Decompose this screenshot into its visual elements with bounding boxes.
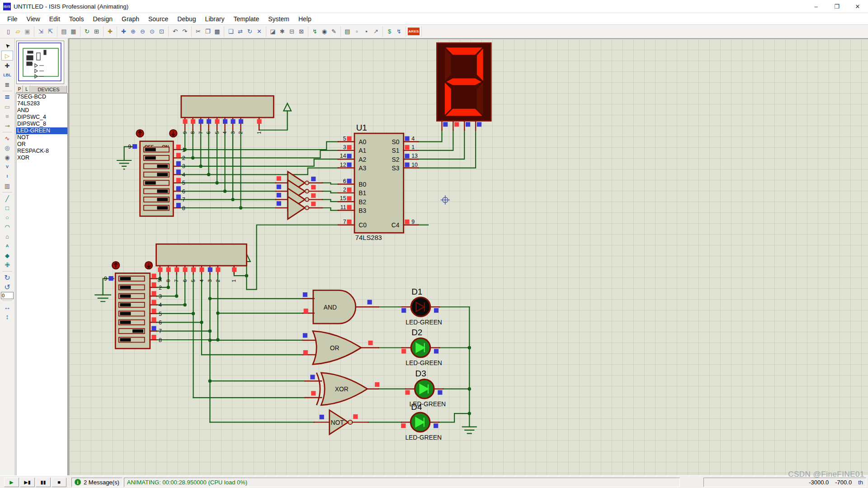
device-item-led-green[interactable]: LED-GREEN (16, 127, 67, 134)
zoom-area-button[interactable]: ⊡ (157, 27, 166, 36)
dip-top-toggle-down[interactable] (170, 130, 177, 137)
bill-of-materials-button[interactable]: $ (385, 27, 394, 36)
dip-top-switch-4[interactable] (144, 172, 169, 177)
menu-source[interactable]: Source (144, 14, 173, 23)
device-item-dipswc_4[interactable]: DIPSWC_4 (16, 114, 67, 121)
zoom-out-button[interactable]: ⊖ (138, 27, 147, 36)
electrical-rule-check-button[interactable]: ↯ (394, 27, 404, 36)
graphics-marker-mode-icon[interactable]: ✙ (2, 260, 13, 269)
step-button[interactable]: ▶▮ (20, 478, 35, 487)
device-item-74ls283[interactable]: 74LS283 (16, 100, 67, 107)
block-delete-button[interactable]: ✕ (255, 27, 264, 36)
current-probe-mode-icon[interactable]: I (2, 172, 13, 181)
device-pin-mode-icon[interactable]: ⊸ (2, 121, 13, 130)
dip-bottom-switch-7[interactable] (119, 328, 145, 333)
graph-mode-icon[interactable]: ∿ (2, 134, 13, 143)
play-button[interactable]: ▶ (4, 478, 19, 487)
menu-tools[interactable]: Tools (65, 14, 89, 23)
stop-button[interactable]: ■ (52, 478, 66, 487)
device-item-not[interactable]: NOT (16, 134, 67, 141)
menu-library[interactable]: Library (201, 14, 229, 23)
menu-design[interactable]: Design (88, 14, 117, 23)
pick-device-button[interactable]: ◪ (268, 27, 278, 36)
dip-top-switch-5[interactable] (144, 180, 169, 185)
graphics-circle-mode-icon[interactable]: ○ (2, 213, 13, 222)
dip-bottom-toggle-up[interactable] (112, 262, 120, 269)
decompose-button[interactable]: ⊠ (297, 27, 306, 36)
minimize-button[interactable]: – (806, 0, 826, 13)
paste-button[interactable]: ▩ (212, 27, 222, 36)
dip-bottom-switch-6[interactable] (119, 320, 145, 325)
device-item-xor[interactable]: XOR (16, 155, 67, 161)
component-mode-icon[interactable]: ▷ (1, 51, 13, 61)
library-manage-button[interactable]: L (23, 85, 30, 93)
mark-output-area-button[interactable]: ▦ (69, 27, 78, 36)
dip-top-switch-6[interactable] (144, 189, 169, 194)
dip-bottom-switch-4[interactable] (119, 302, 145, 307)
dip-bottom-switch-8[interactable] (119, 337, 145, 342)
dip-bottom-toggle-down[interactable] (145, 262, 153, 269)
remove-sheet-button[interactable]: ▪ (362, 27, 371, 36)
redo-button[interactable]: ↷ (180, 27, 189, 36)
pan-button[interactable]: ✚ (119, 27, 128, 36)
dip-bottom-switch-5[interactable] (119, 311, 145, 316)
save-file-button[interactable]: ▣ (23, 27, 32, 36)
menu-edit[interactable]: Edit (45, 14, 65, 23)
dip-top-switch-7[interactable] (144, 197, 169, 202)
tape-recorder-mode-icon[interactable]: ◎ (2, 143, 13, 152)
menu-graph[interactable]: Graph (117, 14, 144, 23)
print-button[interactable]: ▤ (59, 27, 69, 36)
dip-bottom-switch-3[interactable] (119, 294, 145, 299)
zoom-all-button[interactable]: ⊙ (147, 27, 157, 36)
message-panel[interactable]: i 2 Message(s) (71, 478, 123, 487)
menu-template[interactable]: Template (229, 14, 264, 23)
new-sheet-button[interactable]: ▫ (352, 27, 362, 36)
make-device-button[interactable]: ✱ (278, 27, 287, 36)
pick-devices-button[interactable]: P (16, 85, 23, 93)
junction-dot-mode-icon[interactable]: ✚ (2, 61, 13, 70)
mirror-vertical-button[interactable]: ↕ (2, 312, 13, 321)
new-file-button[interactable]: ▯ (4, 27, 13, 36)
wire-autorouter-button[interactable]: ↯ (310, 27, 320, 36)
subcircuit-mode-icon[interactable]: ▭ (2, 102, 13, 111)
redraw-button[interactable]: ↻ (82, 27, 92, 36)
respack-bottom-body[interactable] (156, 244, 247, 266)
cut-button[interactable]: ✂ (193, 27, 203, 36)
device-item-dipswc_8[interactable]: DIPSWC_8 (16, 121, 67, 127)
text-script-mode-icon[interactable]: ≣ (2, 80, 13, 89)
device-item-respack-8[interactable]: RESPACK-8 (16, 148, 67, 155)
design-explorer-button[interactable]: ▤ (343, 27, 352, 36)
device-item-and[interactable]: AND (16, 107, 67, 114)
buses-mode-icon[interactable]: 〓 (2, 93, 13, 102)
toggle-grid-button[interactable]: ⊞ (92, 27, 101, 36)
menu-view[interactable]: View (22, 14, 45, 23)
zoom-in-button[interactable]: ⊕ (128, 27, 138, 36)
maximize-button[interactable]: ❐ (826, 0, 847, 13)
led-D4[interactable] (410, 413, 429, 432)
dip-top-switch-2[interactable] (144, 155, 169, 160)
menu-system[interactable]: System (264, 14, 294, 23)
graphics-arc-mode-icon[interactable]: ◠ (2, 222, 13, 231)
graphics-box-mode-icon[interactable]: □ (2, 203, 13, 212)
menu-file[interactable]: File (3, 14, 22, 23)
goto-parent-sheet-button[interactable]: ↗ (371, 27, 381, 36)
copy-button[interactable]: ❐ (203, 27, 212, 36)
graphics-text-mode-icon[interactable]: A (2, 241, 13, 250)
dip-top-switch-3[interactable] (144, 164, 169, 169)
export-section-button[interactable]: ⇱ (46, 27, 55, 36)
dip-top-switch-1[interactable] (144, 147, 169, 152)
dip-top-toggle-up[interactable] (136, 130, 144, 137)
block-copy-button[interactable]: ❏ (226, 27, 236, 36)
graphics-line-mode-icon[interactable]: ╱ (2, 194, 13, 203)
close-button[interactable]: ✕ (847, 0, 868, 13)
graphics-symbol-mode-icon[interactable]: ◆ (2, 251, 13, 260)
wire-label-mode-icon[interactable]: LBL (2, 70, 13, 80)
menu-debug[interactable]: Debug (173, 14, 200, 23)
rotate-clockwise-button[interactable]: ↻ (2, 273, 13, 282)
dip-bottom-switch-2[interactable] (119, 285, 145, 290)
led-D1[interactable] (411, 297, 430, 316)
schematic-overview-preview[interactable] (16, 41, 64, 84)
rotate-anticlockwise-button[interactable]: ↺ (2, 282, 13, 291)
origin-button[interactable]: ✚ (105, 27, 115, 36)
mirror-horizontal-button[interactable]: ↔ (2, 302, 13, 311)
